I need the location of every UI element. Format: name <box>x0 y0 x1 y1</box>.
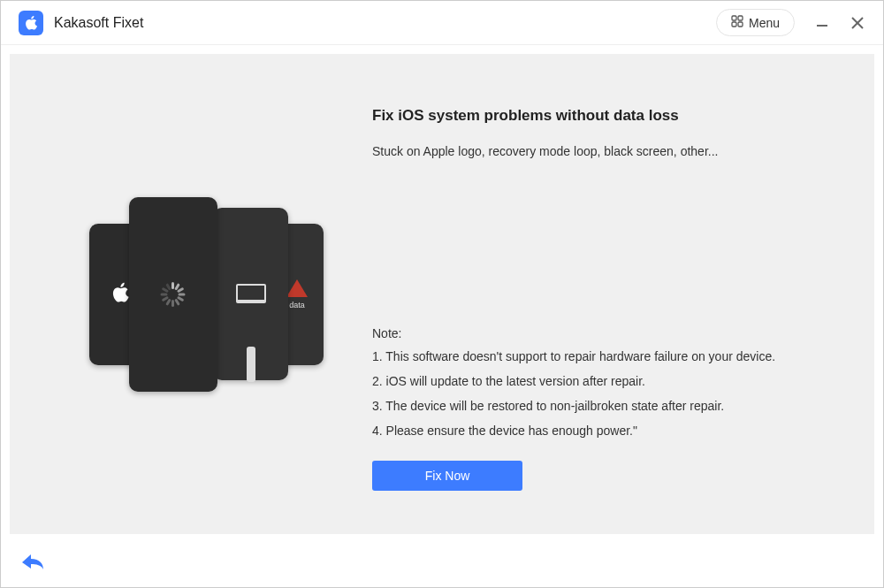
app-window: Kakasoft Fixet Menu <box>0 0 884 588</box>
note-item: 3. The device will be restored to non-ja… <box>372 399 848 413</box>
phone-recovery <box>213 208 288 380</box>
apple-logo-icon <box>110 281 130 308</box>
svg-rect-0 <box>732 16 736 20</box>
menu-label: Menu <box>749 16 780 30</box>
note-item: 4. Please ensure the device has enough p… <box>372 424 848 438</box>
page-subheading: Stuck on Apple logo, recovery mode loop,… <box>372 144 848 158</box>
close-button[interactable] <box>850 15 865 31</box>
minimize-button[interactable] <box>814 15 830 31</box>
note-item: 2. iOS will update to the latest version… <box>372 374 848 388</box>
phone-spinner <box>129 197 217 392</box>
svg-rect-1 <box>738 16 743 20</box>
note-title: Note: <box>372 326 848 340</box>
phone-stack-illustration: data <box>85 179 315 409</box>
illustration-pane: data <box>36 89 363 499</box>
menu-button[interactable]: Menu <box>716 9 795 36</box>
svg-rect-2 <box>732 22 736 27</box>
svg-rect-3 <box>738 22 743 27</box>
data-label: data <box>289 301 305 309</box>
back-button[interactable] <box>20 552 45 575</box>
app-logo-icon <box>19 11 43 35</box>
loading-spinner-icon <box>161 282 186 307</box>
page-heading: Fix iOS system problems without data los… <box>372 107 848 125</box>
note-item: 1. This software doesn't support to repa… <box>372 349 848 363</box>
fix-now-button[interactable]: Fix Now <box>372 461 522 491</box>
app-title: Kakasoft Fixet <box>54 15 143 31</box>
titlebar-controls: Menu <box>716 9 865 36</box>
cable-icon <box>247 347 255 382</box>
titlebar: Kakasoft Fixet Menu <box>1 1 883 45</box>
laptop-icon <box>236 284 266 303</box>
grid-icon <box>731 15 743 30</box>
content-area: data Fix iOS system problems without dat… <box>10 54 874 534</box>
info-pane: Fix iOS system problems without data los… <box>363 89 848 499</box>
warning-triangle-icon <box>286 279 308 297</box>
